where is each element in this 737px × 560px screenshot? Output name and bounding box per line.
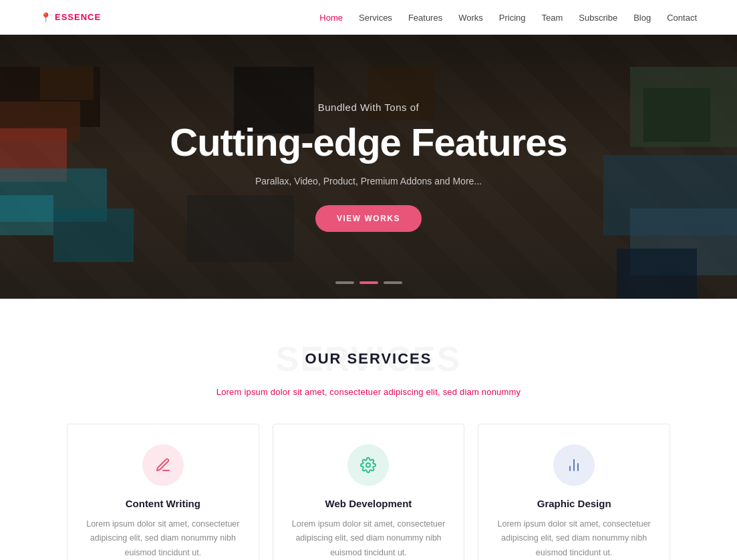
pin-icon: 📍 (40, 12, 52, 23)
service-card-graphic-design: Graphic Design Lorem ipsum dolor sit ame… (478, 424, 670, 560)
nav-link-pricing[interactable]: Pricing (499, 13, 526, 23)
view-works-button[interactable]: VIEW WORKS (315, 205, 422, 232)
nav-item-pricing[interactable]: Pricing (499, 11, 526, 23)
card-title-graphic-design: Graphic Design (494, 498, 653, 509)
nav-item-blog[interactable]: Blog (633, 11, 651, 23)
nav-link-services[interactable]: Services (359, 13, 392, 23)
hero-subtitle: Bundled With Tons of (170, 102, 567, 113)
nav-item-subscribe[interactable]: Subscribe (579, 11, 617, 23)
section-header: Services OUR SERVICES (67, 339, 670, 379)
nav-link-subscribe[interactable]: Subscribe (579, 13, 617, 23)
graphic-design-icon (553, 444, 595, 486)
content-writing-icon (142, 444, 184, 486)
services-section: Services OUR SERVICES Lorem ipsum dolor … (0, 299, 737, 560)
nav-item-features[interactable]: Features (408, 11, 442, 23)
hero-description: Parallax, Video, Product, Premium Addons… (170, 176, 567, 186)
brand-name: ESSENCE (55, 12, 101, 22)
section-title: OUR SERVICES (305, 350, 432, 368)
nav-item-works[interactable]: Works (458, 11, 483, 23)
hero-content: Bundled With Tons of Cutting-edge Featur… (170, 102, 567, 232)
card-desc-web-development: Lorem ipsum dolor sit amet, consectetuer… (289, 517, 448, 560)
nav-item-contact[interactable]: Contact (667, 11, 697, 23)
hero-section: Bundled With Tons of Cutting-edge Featur… (0, 35, 737, 299)
hero-dot-3[interactable] (384, 281, 402, 284)
hero-dot-2[interactable] (359, 281, 378, 284)
nav-link-works[interactable]: Works (458, 13, 483, 23)
nav-link-features[interactable]: Features (408, 13, 442, 23)
card-title-web-development: Web Development (289, 498, 448, 509)
hero-title: Cutting-edge Features (170, 121, 567, 164)
hero-dot-1[interactable] (335, 281, 354, 284)
service-card-web-development: Web Development Lorem ipsum dolor sit am… (273, 424, 465, 560)
nav-link-home[interactable]: Home (319, 13, 343, 23)
hero-dots (335, 281, 402, 284)
nav-item-services[interactable]: Services (359, 11, 392, 23)
service-card-content-writing: Content Writing Lorem ipsum dolor sit am… (67, 424, 259, 560)
navbar: 📍 ESSENCE Home Services Features Works P… (0, 0, 737, 35)
brand-logo[interactable]: 📍 ESSENCE (40, 12, 101, 23)
nav-link-contact[interactable]: Contact (667, 13, 697, 23)
nav-item-team[interactable]: Team (542, 11, 563, 23)
section-subtitle: Lorem ipsum dolor sit amet, consectetuer… (67, 387, 670, 397)
nav-item-home[interactable]: Home (319, 11, 343, 23)
card-desc-content-writing: Lorem ipsum dolor sit amet, consectetuer… (84, 517, 243, 560)
web-development-icon (347, 444, 389, 486)
svg-point-0 (366, 463, 370, 467)
nav-link-team[interactable]: Team (542, 13, 563, 23)
nav-link-blog[interactable]: Blog (633, 13, 651, 23)
nav-menu: Home Services Features Works Pricing Tea… (319, 11, 697, 23)
card-title-content-writing: Content Writing (84, 498, 243, 509)
service-cards-grid: Content Writing Lorem ipsum dolor sit am… (67, 424, 670, 560)
card-desc-graphic-design: Lorem ipsum dolor sit amet, consectetuer… (494, 517, 653, 560)
